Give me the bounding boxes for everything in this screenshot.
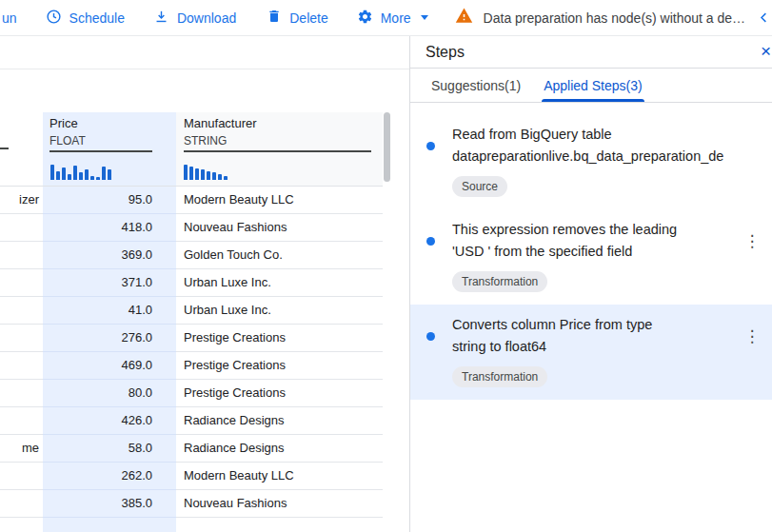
table-cell-fragment[interactable]: me bbox=[0, 435, 43, 463]
histogram-bar bbox=[62, 167, 66, 180]
histogram-bar bbox=[73, 166, 77, 180]
step-description-line1: Converts column Price from type bbox=[452, 314, 730, 336]
tab-suggestions[interactable]: Suggestions(1) bbox=[420, 69, 532, 102]
price-histogram bbox=[50, 163, 111, 180]
table-column-price: Price FLOAT 95.0418.0369.0371.041.0276.0… bbox=[43, 112, 176, 532]
download-icon bbox=[153, 9, 169, 28]
table-cell-manufacturer[interactable]: Radiance Designs bbox=[176, 435, 383, 463]
table-cell-manufacturer[interactable]: Prestige Creations bbox=[176, 352, 383, 380]
more-button[interactable]: More bbox=[357, 9, 428, 28]
table-cell-price[interactable]: 95.0 bbox=[43, 187, 176, 214]
table-cell-fragment[interactable] bbox=[0, 297, 43, 325]
step-description-line2: 'USD ' from the specified field bbox=[452, 241, 730, 263]
table-cell-fragment[interactable] bbox=[0, 214, 43, 242]
steps-panel-title: Steps bbox=[426, 44, 465, 61]
step-description-line1: Read from BigQuery table bbox=[452, 124, 730, 146]
step-item[interactable]: This expression removes the leading 'USD… bbox=[410, 209, 772, 305]
column-type: FLOAT bbox=[49, 134, 152, 148]
table-cell-manufacturer[interactable]: Nouveau Fashions bbox=[176, 490, 383, 518]
histogram-bar bbox=[96, 177, 100, 180]
delete-button[interactable]: Delete bbox=[267, 9, 327, 27]
histogram-bar bbox=[207, 171, 210, 180]
column-name: Price bbox=[49, 116, 152, 131]
table-cell-price[interactable]: 418.0 bbox=[43, 214, 176, 242]
dropdown-caret-icon bbox=[421, 15, 428, 20]
histogram-bar bbox=[102, 167, 106, 180]
histogram-bar bbox=[218, 174, 222, 180]
table-cell-fragment[interactable] bbox=[0, 352, 43, 380]
table-cell-manufacturer[interactable]: Golden Touch Co. bbox=[176, 242, 383, 269]
histogram-bar bbox=[212, 172, 216, 180]
price-header-text: Price FLOAT bbox=[49, 116, 152, 152]
table-cell-price[interactable]: 276.0 bbox=[43, 325, 176, 352]
table-cell-price[interactable]: 262.0 bbox=[43, 463, 176, 490]
manufacturer-column-cells: Modern Beauty LLCNouveau FashionsGolden … bbox=[176, 187, 383, 518]
price-column-header[interactable]: Price FLOAT bbox=[43, 112, 176, 187]
step-type-badge: Transformation bbox=[452, 271, 547, 292]
table-cell-price[interactable]: 80.0 bbox=[43, 380, 176, 407]
close-icon[interactable]: × bbox=[761, 41, 771, 62]
run-button[interactable]: un bbox=[2, 10, 17, 26]
histogram-bar bbox=[108, 169, 111, 180]
table-cell-price[interactable]: 469.0 bbox=[43, 352, 176, 380]
more-options-icon[interactable]: ⋮ bbox=[740, 229, 764, 254]
table-cell-fragment[interactable] bbox=[0, 242, 43, 269]
step-node-icon bbox=[426, 237, 435, 246]
table-cell-fragment[interactable]: izer bbox=[0, 187, 43, 214]
partial-column-header bbox=[0, 112, 43, 187]
table-cell-manufacturer[interactable]: Urban Luxe Inc. bbox=[176, 269, 383, 297]
vertical-scrollbar[interactable] bbox=[384, 112, 390, 182]
table-cell-price[interactable]: 371.0 bbox=[43, 269, 176, 297]
steps-tabs: Suggestions(1) Applied Steps(3) bbox=[410, 69, 772, 103]
table-cell-price[interactable]: 369.0 bbox=[43, 242, 176, 269]
table-cell-manufacturer[interactable]: Nouveau Fashions bbox=[176, 214, 383, 242]
table-cell-fragment[interactable] bbox=[0, 463, 43, 490]
trash-icon bbox=[267, 9, 282, 27]
table-cell-price[interactable]: 58.0 bbox=[43, 435, 176, 463]
step-description-line1: This expression removes the leading bbox=[452, 219, 730, 241]
bigquery-data-preparation-window: un Schedule Download Delete More bbox=[0, 0, 772, 532]
table-cell-manufacturer[interactable]: Modern Beauty LLC bbox=[176, 463, 383, 490]
table-cell-manufacturer[interactable]: Radiance Designs bbox=[176, 407, 383, 435]
step-item[interactable]: Converts column Price from type string t… bbox=[410, 305, 772, 400]
table-cell-price[interactable]: 385.0 bbox=[43, 490, 176, 518]
schedule-button[interactable]: Schedule bbox=[46, 9, 125, 28]
tab-applied-steps[interactable]: Applied Steps(3) bbox=[532, 69, 654, 102]
table-cell-fragment[interactable] bbox=[0, 407, 43, 435]
table-cell-price[interactable]: 426.0 bbox=[43, 407, 176, 435]
histogram-bar bbox=[68, 174, 71, 180]
table-cell-fragment[interactable] bbox=[0, 490, 43, 518]
histogram-bar bbox=[224, 176, 228, 180]
column-name: Manufacturer bbox=[184, 116, 371, 131]
step-type-badge: Source bbox=[452, 176, 507, 197]
table-cell-manufacturer[interactable]: Modern Beauty LLC bbox=[176, 187, 383, 214]
histogram-bar bbox=[79, 172, 83, 180]
table-cell-fragment[interactable] bbox=[0, 380, 43, 407]
table-column-manufacturer: Manufacturer STRING Modern Beauty LLCNou… bbox=[176, 112, 383, 532]
run-button-label: un bbox=[2, 10, 17, 26]
table-cell-manufacturer[interactable]: Urban Luxe Inc. bbox=[176, 297, 383, 325]
table-cell-price[interactable]: 41.0 bbox=[43, 297, 176, 325]
step-description-line2: string to float64 bbox=[452, 336, 730, 358]
data-preview-region: izerme Price FLOAT 95.0418.0369.0371.041… bbox=[0, 36, 409, 532]
divider bbox=[0, 69, 409, 69]
column-type: STRING bbox=[184, 134, 371, 148]
toolbar: un Schedule Download Delete More bbox=[0, 0, 772, 36]
warning-icon bbox=[455, 7, 473, 29]
delete-button-label: Delete bbox=[289, 10, 327, 26]
download-button[interactable]: Download bbox=[153, 9, 236, 28]
data-preview-table: izerme Price FLOAT 95.0418.0369.0371.041… bbox=[0, 112, 409, 532]
more-options-icon[interactable]: ⋮ bbox=[740, 325, 764, 349]
clock-icon bbox=[46, 9, 62, 28]
gear-icon bbox=[357, 9, 373, 28]
step-description-line2: datapreparationlive.bq_data_preparation_… bbox=[452, 146, 730, 167]
table-cell-manufacturer[interactable]: Prestige Creations bbox=[176, 380, 383, 407]
table-cell-manufacturer[interactable]: Prestige Creations bbox=[176, 325, 383, 352]
table-cell-fragment[interactable] bbox=[0, 269, 43, 297]
download-button-label: Download bbox=[177, 10, 236, 26]
table-cell-fragment[interactable] bbox=[0, 325, 43, 352]
step-item[interactable]: Read from BigQuery table datapreparation… bbox=[410, 114, 772, 209]
chevron-left-icon[interactable] bbox=[757, 10, 771, 25]
more-button-label: More bbox=[381, 10, 411, 26]
manufacturer-column-header[interactable]: Manufacturer STRING bbox=[176, 112, 383, 187]
